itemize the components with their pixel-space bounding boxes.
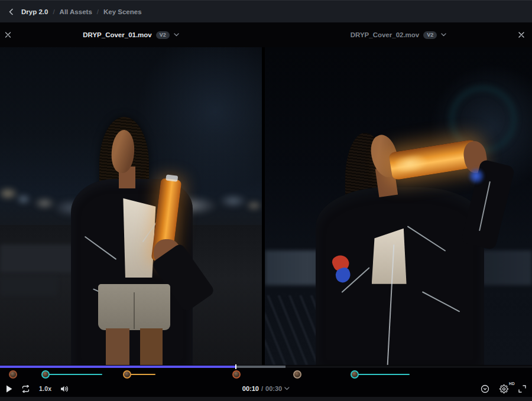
breadcrumb: Dryp 2.0 / All Assets / Key Scenes — [21, 8, 142, 15]
x-icon — [5, 32, 11, 38]
chevron-down-icon — [284, 387, 290, 390]
right-video-viewport[interactable] — [265, 47, 532, 365]
settings-button[interactable] — [499, 384, 508, 393]
compare-player-app: Dryp 2.0 / All Assets / Key Scenes DRYP_… — [0, 0, 532, 401]
back-button[interactable] — [8, 8, 14, 15]
close-right-asset-button[interactable] — [518, 31, 525, 38]
circle-chevron-icon — [481, 384, 489, 393]
right-version-badge[interactable]: V2 — [423, 31, 437, 39]
right-asset-title: DRYP_Cover_02.mov — [351, 31, 420, 38]
playback-speed[interactable]: 1.0x — [39, 385, 51, 392]
comment-marker-avatar[interactable] — [293, 370, 301, 379]
person-tank-top — [122, 195, 157, 278]
chevron-down-icon — [174, 33, 179, 37]
loop-button[interactable] — [21, 385, 30, 393]
left-asset-title-group[interactable]: DRYP_Cover_01.mov V2 — [83, 31, 179, 39]
scene-bench — [0, 244, 79, 273]
breadcrumb-bar: Dryp 2.0 / All Assets / Key Scenes — [0, 0, 532, 22]
transport-controls: 1.0x 00:10 / 00:30 — [0, 380, 532, 397]
right-asset-title-group[interactable]: DRYP_Cover_02.mov V2 — [351, 31, 447, 39]
breadcrumb-key-scenes[interactable]: Key Scenes — [103, 8, 142, 15]
quality-badge: HD — [509, 382, 515, 386]
chevron-left-icon — [8, 8, 14, 15]
person-leg — [106, 328, 129, 365]
player-bottom-bar: 1.0x 00:10 / 00:30 — [0, 365, 532, 401]
x-icon — [518, 31, 525, 38]
seek-bar[interactable] — [0, 366, 532, 368]
current-time: 00:10 — [242, 385, 259, 392]
right-asset-header: DRYP_Cover_02.mov V2 — [265, 22, 532, 47]
comment-marker-avatar[interactable] — [9, 370, 17, 379]
chevron-down-icon — [441, 33, 446, 37]
marker-tool-button[interactable] — [481, 384, 489, 393]
time-separator: / — [261, 385, 263, 392]
left-asset-header: DRYP_Cover_01.mov V2 — [0, 22, 262, 47]
play-button[interactable] — [6, 385, 12, 393]
total-duration: 00:30 — [265, 385, 282, 392]
comment-range-line — [46, 374, 102, 375]
video-compare-area — [0, 47, 532, 365]
person-shorts — [98, 284, 170, 330]
close-left-asset-button[interactable] — [5, 32, 11, 38]
left-asset-title: DRYP_Cover_01.mov — [83, 31, 152, 38]
scene-bench — [0, 276, 57, 295]
comment-markers-row — [0, 369, 532, 380]
seek-played — [0, 366, 235, 368]
fullscreen-icon — [518, 385, 526, 393]
loop-icon — [21, 385, 30, 393]
bottom-edge-strip — [0, 397, 532, 401]
time-display[interactable]: 00:10 / 00:30 — [242, 385, 290, 392]
breadcrumb-separator: / — [53, 8, 54, 15]
comment-marker-avatar[interactable] — [232, 370, 241, 379]
breadcrumb-separator: / — [97, 8, 99, 15]
comment-marker-avatar[interactable] — [41, 370, 50, 379]
comment-marker-avatar[interactable] — [123, 370, 131, 379]
comment-range-line — [355, 374, 410, 375]
breadcrumb-project[interactable]: Dryp 2.0 — [21, 8, 48, 15]
left-version-badge[interactable]: V2 — [156, 31, 170, 39]
quality-settings: HD — [499, 384, 508, 393]
gear-icon — [499, 384, 508, 393]
volume-icon — [60, 385, 69, 393]
scene-blue-flare — [468, 168, 485, 184]
play-icon — [6, 385, 12, 393]
left-video-viewport[interactable] — [0, 47, 262, 365]
breadcrumb-all-assets[interactable]: All Assets — [60, 8, 92, 15]
comment-marker-avatar[interactable] — [351, 370, 359, 379]
person-leg — [140, 328, 163, 365]
compare-header: DRYP_Cover_01.mov V2 DRYP_Cover_02.mov V… — [0, 22, 532, 47]
player-settings-group: HD — [481, 384, 526, 393]
comment-range-line — [127, 374, 155, 375]
seek-buffered — [235, 366, 286, 368]
fullscreen-button[interactable] — [518, 385, 526, 393]
volume-button[interactable] — [60, 385, 69, 393]
